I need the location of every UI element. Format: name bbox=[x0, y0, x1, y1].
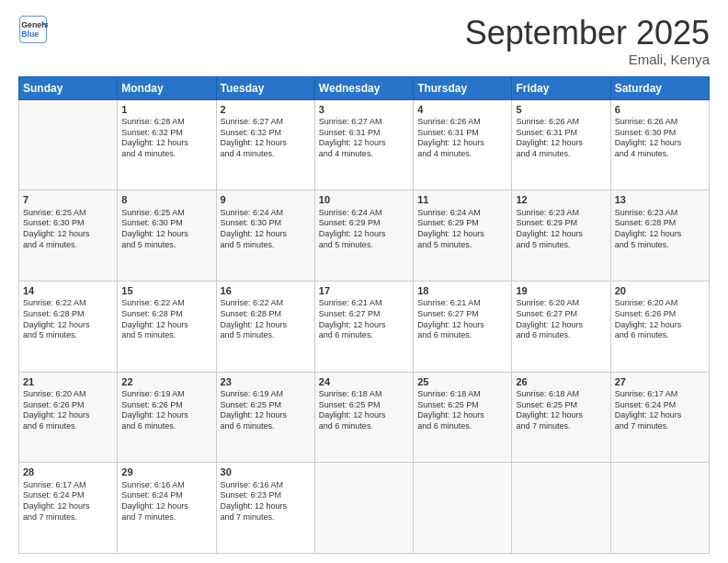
day-number: 24 bbox=[319, 375, 409, 388]
day-number: 16 bbox=[221, 284, 311, 297]
table-row: 14Sunrise: 6:22 AM Sunset: 6:28 PM Dayli… bbox=[19, 281, 118, 372]
table-row: 1Sunrise: 6:28 AM Sunset: 6:32 PM Daylig… bbox=[118, 99, 216, 190]
day-number: 19 bbox=[516, 284, 606, 297]
day-info: Sunrise: 6:26 AM Sunset: 6:31 PM Dayligh… bbox=[417, 117, 507, 160]
day-number: 5 bbox=[516, 103, 606, 116]
day-info: Sunrise: 6:28 AM Sunset: 6:32 PM Dayligh… bbox=[121, 117, 211, 160]
day-info: Sunrise: 6:19 AM Sunset: 6:25 PM Dayligh… bbox=[221, 389, 311, 432]
day-info: Sunrise: 6:26 AM Sunset: 6:31 PM Dayligh… bbox=[516, 117, 606, 160]
calendar-week-row: 1Sunrise: 6:28 AM Sunset: 6:32 PM Daylig… bbox=[19, 99, 710, 190]
day-info: Sunrise: 6:22 AM Sunset: 6:28 PM Dayligh… bbox=[221, 298, 311, 341]
day-info: Sunrise: 6:20 AM Sunset: 6:26 PM Dayligh… bbox=[23, 389, 113, 432]
day-info: Sunrise: 6:27 AM Sunset: 6:32 PM Dayligh… bbox=[221, 117, 311, 160]
table-row: 15Sunrise: 6:22 AM Sunset: 6:28 PM Dayli… bbox=[118, 281, 216, 372]
day-number: 7 bbox=[23, 193, 113, 206]
day-number: 10 bbox=[319, 193, 409, 206]
col-monday: Monday bbox=[118, 76, 216, 99]
table-row bbox=[314, 463, 413, 554]
day-number: 18 bbox=[417, 284, 507, 297]
day-info: Sunrise: 6:19 AM Sunset: 6:26 PM Dayligh… bbox=[121, 389, 211, 432]
table-row: 24Sunrise: 6:18 AM Sunset: 6:25 PM Dayli… bbox=[314, 372, 413, 463]
table-row: 21Sunrise: 6:20 AM Sunset: 6:26 PM Dayli… bbox=[19, 372, 118, 463]
calendar-week-row: 7Sunrise: 6:25 AM Sunset: 6:30 PM Daylig… bbox=[19, 190, 710, 282]
table-row bbox=[414, 463, 512, 554]
day-info: Sunrise: 6:17 AM Sunset: 6:24 PM Dayligh… bbox=[615, 389, 705, 432]
table-row: 23Sunrise: 6:19 AM Sunset: 6:25 PM Dayli… bbox=[216, 372, 314, 463]
table-row bbox=[19, 99, 118, 190]
day-number: 22 bbox=[121, 375, 211, 388]
day-number: 15 bbox=[121, 284, 211, 297]
table-row: 22Sunrise: 6:19 AM Sunset: 6:26 PM Dayli… bbox=[118, 372, 216, 463]
day-info: Sunrise: 6:25 AM Sunset: 6:30 PM Dayligh… bbox=[23, 208, 113, 251]
day-info: Sunrise: 6:23 AM Sunset: 6:28 PM Dayligh… bbox=[615, 208, 705, 251]
table-row: 6Sunrise: 6:26 AM Sunset: 6:30 PM Daylig… bbox=[610, 99, 709, 190]
day-info: Sunrise: 6:26 AM Sunset: 6:30 PM Dayligh… bbox=[615, 117, 705, 160]
table-row: 2Sunrise: 6:27 AM Sunset: 6:32 PM Daylig… bbox=[216, 99, 314, 190]
day-number: 2 bbox=[221, 103, 311, 116]
table-row: 8Sunrise: 6:25 AM Sunset: 6:30 PM Daylig… bbox=[118, 190, 216, 282]
table-row: 9Sunrise: 6:24 AM Sunset: 6:30 PM Daylig… bbox=[216, 190, 314, 282]
col-friday: Friday bbox=[512, 76, 610, 99]
day-number: 23 bbox=[221, 375, 311, 388]
table-row: 19Sunrise: 6:20 AM Sunset: 6:27 PM Dayli… bbox=[512, 281, 610, 372]
day-info: Sunrise: 6:24 AM Sunset: 6:30 PM Dayligh… bbox=[221, 208, 311, 251]
day-info: Sunrise: 6:23 AM Sunset: 6:29 PM Dayligh… bbox=[516, 208, 606, 251]
table-row: 30Sunrise: 6:16 AM Sunset: 6:23 PM Dayli… bbox=[216, 463, 314, 554]
table-row: 7Sunrise: 6:25 AM Sunset: 6:30 PM Daylig… bbox=[19, 190, 118, 282]
day-info: Sunrise: 6:18 AM Sunset: 6:25 PM Dayligh… bbox=[417, 389, 507, 432]
table-row: 5Sunrise: 6:26 AM Sunset: 6:31 PM Daylig… bbox=[512, 99, 610, 190]
month-title: September 2025 bbox=[465, 15, 710, 52]
location: Emali, Kenya bbox=[465, 52, 710, 67]
day-number: 20 bbox=[615, 284, 705, 297]
day-number: 29 bbox=[121, 465, 211, 478]
day-info: Sunrise: 6:22 AM Sunset: 6:28 PM Dayligh… bbox=[23, 298, 113, 341]
day-info: Sunrise: 6:21 AM Sunset: 6:27 PM Dayligh… bbox=[417, 298, 507, 341]
table-row: 26Sunrise: 6:18 AM Sunset: 6:25 PM Dayli… bbox=[512, 372, 610, 463]
day-info: Sunrise: 6:22 AM Sunset: 6:28 PM Dayligh… bbox=[121, 298, 211, 341]
day-info: Sunrise: 6:16 AM Sunset: 6:24 PM Dayligh… bbox=[121, 480, 211, 523]
day-number: 12 bbox=[516, 193, 606, 206]
day-info: Sunrise: 6:20 AM Sunset: 6:26 PM Dayligh… bbox=[615, 298, 705, 341]
day-number: 3 bbox=[319, 103, 409, 116]
col-wednesday: Wednesday bbox=[314, 76, 413, 99]
logo: General Blue bbox=[18, 15, 48, 44]
col-sunday: Sunday bbox=[19, 76, 118, 99]
header: General Blue September 2025 Emali, Kenya bbox=[18, 15, 710, 67]
table-row: 28Sunrise: 6:17 AM Sunset: 6:24 PM Dayli… bbox=[19, 463, 118, 554]
table-row: 20Sunrise: 6:20 AM Sunset: 6:26 PM Dayli… bbox=[610, 281, 709, 372]
table-row: 10Sunrise: 6:24 AM Sunset: 6:29 PM Dayli… bbox=[314, 190, 413, 282]
svg-text:General: General bbox=[21, 20, 48, 29]
day-number: 1 bbox=[121, 103, 211, 116]
calendar-week-row: 21Sunrise: 6:20 AM Sunset: 6:26 PM Dayli… bbox=[19, 372, 710, 463]
table-row: 12Sunrise: 6:23 AM Sunset: 6:29 PM Dayli… bbox=[512, 190, 610, 282]
day-info: Sunrise: 6:25 AM Sunset: 6:30 PM Dayligh… bbox=[121, 208, 211, 251]
day-info: Sunrise: 6:17 AM Sunset: 6:24 PM Dayligh… bbox=[23, 480, 113, 523]
title-block: September 2025 Emali, Kenya bbox=[465, 15, 710, 67]
table-row: 4Sunrise: 6:26 AM Sunset: 6:31 PM Daylig… bbox=[414, 99, 512, 190]
day-number: 9 bbox=[221, 193, 311, 206]
day-number: 28 bbox=[23, 465, 113, 478]
day-number: 13 bbox=[615, 193, 705, 206]
day-info: Sunrise: 6:27 AM Sunset: 6:31 PM Dayligh… bbox=[319, 117, 409, 160]
calendar-week-row: 14Sunrise: 6:22 AM Sunset: 6:28 PM Dayli… bbox=[19, 281, 710, 372]
table-row: 17Sunrise: 6:21 AM Sunset: 6:27 PM Dayli… bbox=[314, 281, 413, 372]
day-info: Sunrise: 6:18 AM Sunset: 6:25 PM Dayligh… bbox=[516, 389, 606, 432]
col-saturday: Saturday bbox=[610, 76, 709, 99]
day-number: 8 bbox=[121, 193, 211, 206]
svg-text:Blue: Blue bbox=[21, 29, 39, 39]
calendar-table: Sunday Monday Tuesday Wednesday Thursday… bbox=[18, 76, 710, 554]
table-row: 29Sunrise: 6:16 AM Sunset: 6:24 PM Dayli… bbox=[118, 463, 216, 554]
day-info: Sunrise: 6:16 AM Sunset: 6:23 PM Dayligh… bbox=[221, 480, 311, 523]
day-info: Sunrise: 6:18 AM Sunset: 6:25 PM Dayligh… bbox=[319, 389, 409, 432]
page: General Blue September 2025 Emali, Kenya… bbox=[0, 0, 728, 563]
logo-icon: General Blue bbox=[18, 15, 48, 44]
table-row: 25Sunrise: 6:18 AM Sunset: 6:25 PM Dayli… bbox=[414, 372, 512, 463]
day-number: 26 bbox=[516, 375, 606, 388]
day-number: 27 bbox=[615, 375, 705, 388]
table-row: 27Sunrise: 6:17 AM Sunset: 6:24 PM Dayli… bbox=[610, 372, 709, 463]
table-row: 13Sunrise: 6:23 AM Sunset: 6:28 PM Dayli… bbox=[610, 190, 709, 282]
table-row: 11Sunrise: 6:24 AM Sunset: 6:29 PM Dayli… bbox=[414, 190, 512, 282]
calendar-header-row: Sunday Monday Tuesday Wednesday Thursday… bbox=[19, 76, 710, 99]
day-number: 25 bbox=[417, 375, 507, 388]
day-number: 6 bbox=[615, 103, 705, 116]
